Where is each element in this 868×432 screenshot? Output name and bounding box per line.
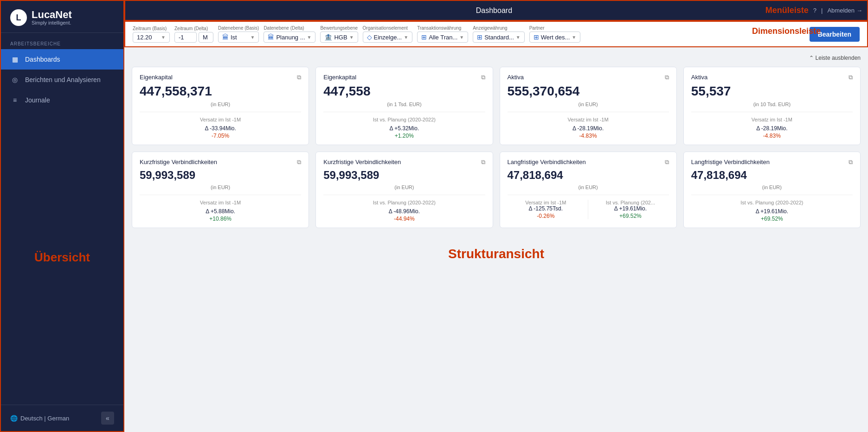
partner-value: Wert des... <box>541 34 570 41</box>
bewertungsebene-control[interactable]: 🏦 HGB ▼ <box>320 32 358 43</box>
language-label: Deutsch | German <box>20 415 69 422</box>
dashboards-icon: ▦ <box>10 55 19 64</box>
anzeigewaehrung-label: Anzeigewährung <box>473 25 525 31</box>
sidebar-footer: 🌐 Deutsch | German « <box>1 405 123 431</box>
chevron-left-icon: « <box>106 414 109 422</box>
expand-icon[interactable]: ⧉ <box>665 159 669 166</box>
sidebar-item-label: Berichten und Analysieren <box>25 76 101 83</box>
trans-icon: ⊞ <box>421 33 427 41</box>
logout-label: Abmelden <box>827 7 855 14</box>
filter-transaktionswaehrung: Transaktionswährung ⊞ Alle Tran... ▼ <box>417 25 468 43</box>
card-aktiva-10tsd: Aktiva ⧉ 55,537 (in 10 Tsd. EUR) Versatz… <box>683 67 861 145</box>
comparison-right: Ist vs. Planung (202... Δ +19.61Mio. +69… <box>588 200 669 219</box>
card-comparison-1: Versatz im Ist -1M <box>508 200 585 205</box>
dual-comparison: Versatz im Ist -1M Δ -125.75Tsd. -0.26% … <box>508 200 669 219</box>
card-unit: (in EUR) <box>140 102 301 107</box>
filter-zeitraum-delta: Zeitraum (Delta) -1 M <box>174 26 213 43</box>
main-area: Dashboard Menüleiste ? | Abmelden → Zeit… <box>124 0 868 432</box>
topbar-right: Menüleiste ? | Abmelden → <box>765 6 862 15</box>
card-delta-abs-1: Δ -125.75Tsd. <box>529 205 563 212</box>
card-kurzfristig-planung: Kurzfristige Verbindlichkeiten ⧉ 59,993,… <box>315 152 493 228</box>
expand-icon[interactable]: ⧉ <box>849 74 853 81</box>
card-langfristig-planung: Langfristige Verbindlichkeiten ⧉ 47,818,… <box>683 152 861 228</box>
expand-icon[interactable]: ⧉ <box>297 74 301 81</box>
filter-organisationselement: Organisationselement ◇ Einzelge... ▼ <box>363 25 413 43</box>
datenebene-basis-value: Ist <box>231 34 237 41</box>
zeitraum-delta-m-control[interactable]: M <box>199 32 213 43</box>
zeitraum-delta-m: M <box>203 34 208 41</box>
topbar: Dashboard Menüleiste ? | Abmelden → <box>124 0 868 21</box>
card-header: Kurzfristige Verbindlichkeiten ⧉ <box>140 159 301 166</box>
filter-partner: Partner ⊞ Wert des... ▼ <box>529 25 581 43</box>
card-title: Kurzfristige Verbindlichkeiten <box>140 159 217 165</box>
strukturansicht-label: Strukturansicht <box>132 247 861 261</box>
card-delta-abs-2: Δ +19.61Mio. <box>614 205 647 212</box>
card-title: Aktiva <box>508 74 524 81</box>
sidebar-item-dashboards[interactable]: ▦ Dashboards <box>1 49 123 70</box>
datenebene-delta-control[interactable]: 🏛 Planung ... ▼ <box>264 32 315 43</box>
chevron-down-icon: ▼ <box>516 35 521 40</box>
card-delta-pct: +1.20% <box>395 133 414 139</box>
partner-control[interactable]: ⊞ Wert des... ▼ <box>529 32 581 43</box>
card-delta-pct: -44.94% <box>394 216 415 222</box>
logo-name: LucaNet <box>32 10 72 20</box>
sidebar-item-label: Dashboards <box>25 56 60 63</box>
journale-icon: ≡ <box>10 95 19 105</box>
card-comparison: Ist vs. Planung (2020-2022) <box>323 200 485 205</box>
zeitraum-basis-control[interactable]: 12.20 ▼ <box>133 32 170 43</box>
card-delta-pct: +69.52% <box>761 216 783 222</box>
card-value: 59,993,589 <box>140 169 301 182</box>
datenebene-basis-control[interactable]: 🏛 Ist ▼ <box>218 32 259 43</box>
logout-button[interactable]: Abmelden → <box>827 7 862 14</box>
datenebene-delta-value: Planung ... <box>276 34 305 41</box>
language-selector[interactable]: 🌐 Deutsch | German <box>10 415 69 422</box>
card-delta-row: Δ -48.96Mio. -44.94% <box>323 208 485 222</box>
card-delta-abs: Δ -48.96Mio. <box>389 208 420 215</box>
anzeige-icon: ⊞ <box>477 33 482 41</box>
organisationselement-control[interactable]: ◇ Einzelge... ▼ <box>363 32 413 43</box>
card-title: Eigenkapital <box>140 74 173 81</box>
logo-icon: L <box>10 9 27 26</box>
card-delta-pct-2: +69.52% <box>619 213 642 219</box>
card-unit: (in EUR) <box>691 184 853 190</box>
logo-sub: Simply intelligent. <box>32 20 72 25</box>
card-header: Eigenkapital ⧉ <box>323 74 485 81</box>
card-comparison: Versatz im Ist -1M <box>140 200 301 205</box>
chevron-up-icon: ⌃ <box>809 55 814 61</box>
transaktionswaehrung-value: Alle Tran... <box>429 34 457 41</box>
organisationselement-value: Einzelge... <box>374 34 402 41</box>
card-value: 555,370,654 <box>508 84 669 99</box>
card-delta-abs: Δ +5.32Mio. <box>390 125 419 132</box>
filter-anzeigewaehrung: Anzeigewährung ⊞ Standard... ▼ <box>473 25 525 43</box>
comparison-left: Versatz im Ist -1M Δ -125.75Tsd. -0.26% <box>508 200 585 219</box>
expand-icon[interactable]: ⧉ <box>481 74 485 81</box>
uebersicht-label: Übersicht <box>1 241 123 274</box>
globe-icon: 🌐 <box>10 415 18 422</box>
sidebar-collapse-button[interactable]: « <box>101 412 114 425</box>
card-delta-row: Δ +5.32Mio. +1.20% <box>323 125 485 139</box>
sidebar-section-label: ARBEITSBEREICHE <box>1 33 123 49</box>
filterbar: Zeitraum (Basis) 12.20 ▼ Zeitraum (Delta… <box>124 21 868 47</box>
leiste-ausblenden-button[interactable]: ⌃ Leiste ausblenden <box>809 55 861 61</box>
zeitraum-basis-value: 12.20 <box>137 34 152 41</box>
expand-icon[interactable]: ⧉ <box>849 159 853 166</box>
expand-icon[interactable]: ⧉ <box>481 159 485 166</box>
expand-icon[interactable]: ⧉ <box>665 74 669 81</box>
card-comparison: Ist vs. Planung (2020-2022) <box>691 200 853 205</box>
sidebar-item-label: Journale <box>25 96 50 104</box>
leiste-ausblenden-row: ⌃ Leiste ausblenden <box>132 55 861 61</box>
bewertungsebene-label: Bewertungsebene <box>320 25 358 31</box>
card-delta-abs: Δ -28.19Mio. <box>756 125 787 132</box>
filter-datenebene-delta: Datenebene (Delta) 🏛 Planung ... ▼ <box>264 25 315 43</box>
anzeigewaehrung-control[interactable]: ⊞ Standard... ▼ <box>473 32 525 43</box>
help-icon[interactable]: ? <box>813 7 817 14</box>
zeitraum-delta-control[interactable]: -1 <box>174 32 197 43</box>
sidebar-item-berichten[interactable]: ◎ Berichten und Analysieren <box>1 70 123 90</box>
datenebene-basis-label: Datenebene (Basis) <box>218 25 259 31</box>
card-title: Langfristige Verbindlichkeiten <box>691 159 770 165</box>
card-kurzfristig-eur: Kurzfristige Verbindlichkeiten ⧉ 59,993,… <box>132 152 309 228</box>
card-delta-pct: -7.05% <box>212 133 229 139</box>
sidebar-item-journale[interactable]: ≡ Journale <box>1 90 123 110</box>
expand-icon[interactable]: ⧉ <box>297 159 301 166</box>
transaktionswaehrung-control[interactable]: ⊞ Alle Tran... ▼ <box>417 32 468 43</box>
